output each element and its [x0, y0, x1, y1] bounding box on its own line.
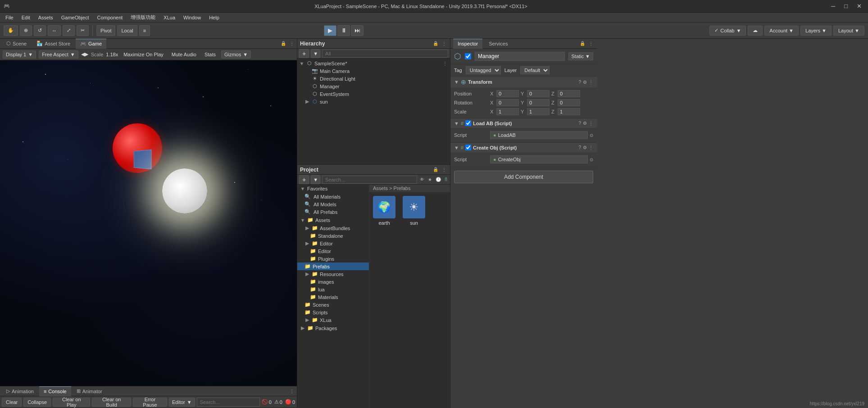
hierarchy-item-directional-light[interactable]: ☀ Directional Light	[297, 75, 450, 82]
minimize-button[interactable]: ─	[828, 2, 838, 10]
hierarchy-item-sun[interactable]: ▶ ⬡ sun	[297, 98, 450, 105]
project-history-icon[interactable]: 🕐	[435, 177, 442, 182]
layout-button[interactable]: Layout ▼	[833, 26, 864, 36]
folder-materials[interactable]: 📁 Materials	[297, 293, 369, 301]
inspector-menu-icon[interactable]: ⋮	[588, 41, 594, 46]
collab-button[interactable]: ✓ Collab ▼	[709, 26, 746, 36]
transform-tool-button[interactable]: ✂	[77, 25, 89, 36]
scale-x-input[interactable]	[496, 108, 519, 115]
project-menu-icon[interactable]: ⋮	[441, 167, 447, 172]
project-add-button[interactable]: +	[299, 175, 309, 184]
scene-root-item[interactable]: ▼ ⬡ SampleScene* ⋮	[297, 59, 450, 67]
loadab-settings-icon[interactable]: ⚙	[583, 121, 587, 126]
go-active-checkbox[interactable]	[465, 53, 471, 59]
fav-all-prefabs[interactable]: 🔍 All Prefabs	[297, 208, 369, 216]
hierarchy-add-button[interactable]: +	[299, 49, 309, 58]
tab-console[interactable]: ≡ Console	[39, 386, 71, 396]
position-z-input[interactable]	[558, 90, 580, 97]
layer-dropdown[interactable]: Default	[520, 66, 550, 74]
createobj-header[interactable]: ▼ # Create Obj (Script) ? ⚙ ⋮	[450, 143, 597, 152]
hierarchy-item-eventsystem[interactable]: ⬡ EventSystem	[297, 90, 450, 98]
folder-editor-sub[interactable]: 📁 Editor	[297, 247, 369, 255]
pause-button[interactable]: ⏸	[337, 25, 350, 36]
gizmos-dropdown[interactable]: Gizmos ▼	[221, 50, 251, 59]
scene-menu-icon[interactable]: ⋮	[289, 41, 295, 46]
tab-animation[interactable]: ▷ Animation	[2, 386, 38, 396]
folder-scripts[interactable]: 📁 Scripts	[297, 308, 369, 316]
maximize-on-play-button[interactable]: Maximize On Play	[121, 51, 166, 58]
project-star-icon[interactable]: ★	[427, 177, 433, 182]
aspect-dropdown[interactable]: Free Aspect ▼	[39, 50, 78, 59]
scale-tool-button[interactable]: ↔	[48, 25, 61, 36]
transform-header[interactable]: ▼ ⊕ Transform ? ⚙ ⋮	[450, 77, 597, 87]
tab-asset-store[interactable]: 🏪 Asset Store	[32, 39, 75, 49]
createobj-overflow-icon[interactable]: ⋮	[589, 145, 593, 150]
createobj-script-pick-icon[interactable]: ⊙	[590, 157, 593, 162]
display-dropdown[interactable]: Display 1 ▼	[3, 50, 36, 59]
scene-lock-icon[interactable]: 🔒	[280, 41, 287, 46]
add-component-button[interactable]: Add Component	[454, 171, 593, 183]
transform-overflow-icon[interactable]: ⋮	[589, 80, 593, 85]
folder-images[interactable]: 📁 images	[297, 278, 369, 286]
menu-component[interactable]: Component	[93, 14, 126, 21]
fav-all-materials[interactable]: 🔍 All Materials	[297, 193, 369, 200]
close-button[interactable]: ✕	[854, 2, 864, 10]
stats-button[interactable]: Stats	[202, 51, 218, 58]
cloud-button[interactable]: ☁	[748, 26, 763, 36]
transform-help-icon[interactable]: ?	[578, 80, 581, 85]
move-tool-button[interactable]: ⊕	[20, 25, 32, 36]
menu-assets[interactable]: Assets	[35, 14, 57, 21]
folder-assetbundles[interactable]: ▶ 📁 AssetBundles	[297, 224, 369, 232]
hierarchy-item-main-camera[interactable]: 📷 Main Camera	[297, 67, 450, 75]
console-search-input[interactable]	[197, 398, 260, 407]
favorites-root[interactable]: ▼ Favorites	[297, 185, 369, 193]
loadab-overflow-icon[interactable]: ⋮	[589, 121, 593, 126]
hierarchy-add-dropdown[interactable]: ▼	[311, 49, 320, 58]
pivot-button[interactable]: Pivot	[96, 25, 115, 36]
clear-button[interactable]: Clear	[2, 398, 22, 407]
project-search-input[interactable]	[322, 176, 417, 184]
tab-scene[interactable]: ⬡ Scene	[2, 39, 31, 49]
loadab-header[interactable]: ▼ # Load AB (Script) ? ⚙ ⋮	[450, 118, 597, 128]
scale-z-input[interactable]	[558, 108, 580, 115]
rotation-z-input[interactable]	[558, 99, 580, 106]
step-button[interactable]: ⏭	[351, 25, 364, 36]
rotate-tool-button[interactable]: ↺	[34, 25, 46, 36]
project-lock-icon[interactable]: 🔒	[432, 167, 439, 172]
folder-resources[interactable]: ▶ 📁 Resources	[297, 270, 369, 278]
menu-enhanced[interactable]: 增强版功能	[127, 13, 159, 22]
position-x-input[interactable]	[496, 90, 519, 97]
folder-editor-root[interactable]: ▶ 📁 Editor	[297, 240, 369, 247]
project-add-dropdown[interactable]: ▼	[311, 175, 320, 184]
error-pause-button[interactable]: Error Pause	[133, 398, 167, 407]
createobj-help-icon[interactable]: ?	[578, 145, 581, 150]
play-button[interactable]: ▶	[324, 25, 336, 36]
menu-file[interactable]: File	[2, 14, 17, 21]
assets-root[interactable]: ▼ 📁 Assets	[297, 216, 369, 224]
createobj-enabled-checkbox[interactable]	[465, 145, 471, 150]
position-y-input[interactable]	[527, 90, 550, 97]
local-button[interactable]: Local	[117, 25, 137, 36]
loadab-enabled-checkbox[interactable]	[465, 120, 471, 126]
menu-help[interactable]: Help	[205, 14, 223, 21]
inspector-lock-icon[interactable]: 🔒	[579, 41, 586, 46]
scene-context-menu[interactable]: ⋮	[442, 61, 448, 66]
go-name-field[interactable]	[475, 52, 565, 61]
loadab-help-icon[interactable]: ?	[578, 121, 581, 126]
collapse-button[interactable]: Collapse	[23, 398, 51, 407]
clear-on-build-button[interactable]: Clear on Build	[92, 398, 131, 407]
clear-on-play-button[interactable]: Clear on Play	[53, 398, 90, 407]
prefab-item-sun[interactable]: ☀ sun	[403, 196, 425, 226]
hierarchy-lock-icon[interactable]: 🔒	[432, 41, 439, 46]
mute-audio-button[interactable]: Mute Audio	[169, 51, 199, 58]
packages-root[interactable]: ▶ 📁 Packages	[297, 324, 369, 332]
rotation-y-input[interactable]	[527, 99, 550, 106]
tab-game[interactable]: 🎮 Game	[76, 39, 106, 49]
hierarchy-menu-icon[interactable]: ⋮	[441, 41, 447, 46]
hierarchy-item-manager[interactable]: ⬡ Manager	[297, 82, 450, 90]
folder-lua[interactable]: 📁 lua	[297, 286, 369, 293]
scale-y-input[interactable]	[527, 108, 550, 115]
go-static-button[interactable]: Static ▼	[568, 52, 593, 60]
loadab-script-pick-icon[interactable]: ⊙	[590, 133, 593, 138]
folder-plugins[interactable]: 📁 Plugins	[297, 255, 369, 263]
